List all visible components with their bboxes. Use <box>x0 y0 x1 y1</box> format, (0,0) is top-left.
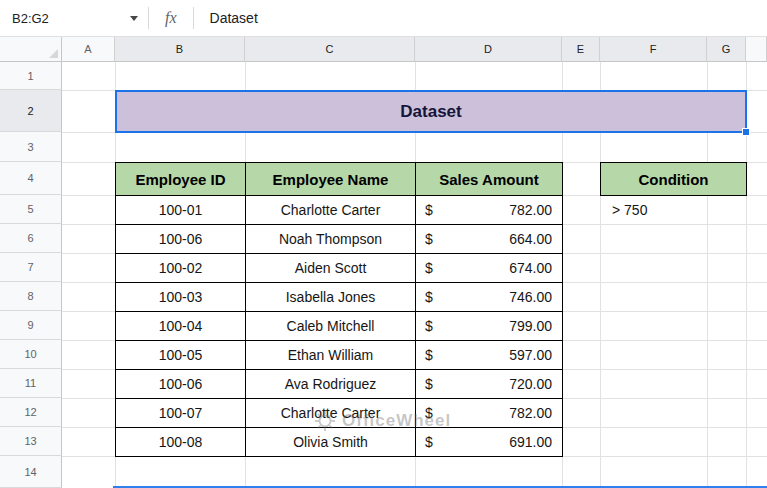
cell-sales-amount[interactable]: $720.00 <box>416 370 563 399</box>
cell-sales-amount[interactable]: $782.00 <box>416 399 563 428</box>
row-header-10[interactable]: 10 <box>0 340 62 369</box>
currency-symbol: $ <box>425 347 433 363</box>
chevron-down-icon[interactable] <box>130 16 138 21</box>
column-header-partial[interactable] <box>746 37 767 62</box>
row-header-6[interactable]: 6 <box>0 224 62 253</box>
amount-value: 782.00 <box>509 202 552 218</box>
column-header-e[interactable]: E <box>562 37 600 62</box>
currency-symbol: $ <box>425 434 433 450</box>
amount-value: 799.00 <box>509 318 552 334</box>
currency-symbol: $ <box>425 405 433 421</box>
select-all-corner[interactable] <box>0 37 62 62</box>
amount-value: 664.00 <box>509 231 552 247</box>
column-header-b[interactable]: B <box>115 37 245 62</box>
table-header-sales-amount[interactable]: Sales Amount <box>416 163 563 196</box>
currency-symbol: $ <box>425 289 433 305</box>
currency-symbol: $ <box>425 260 433 276</box>
cell-sales-amount[interactable]: $799.00 <box>416 312 563 341</box>
amount-value: 782.00 <box>509 405 552 421</box>
currency-symbol: $ <box>425 202 433 218</box>
row-header-1[interactable]: 1 <box>0 62 62 90</box>
cell-employee-name[interactable]: Aiden Scott <box>246 254 416 283</box>
cell-employee-name[interactable]: Noah Thompson <box>246 225 416 254</box>
cell-employee-id[interactable]: 100-04 <box>116 312 246 341</box>
merged-title-cell[interactable]: Dataset <box>115 90 747 133</box>
cell-employee-name[interactable]: Isabella Jones <box>246 283 416 312</box>
cell-sales-amount[interactable]: $674.00 <box>416 254 563 283</box>
cell-employee-id[interactable]: 100-01 <box>116 196 246 225</box>
condition-header-cell[interactable]: Condition <box>600 162 747 196</box>
row-header-13[interactable]: 13 <box>0 427 62 456</box>
column-header-g[interactable]: G <box>707 37 746 62</box>
divider <box>148 7 149 29</box>
row-header-2[interactable]: 2 <box>0 90 62 132</box>
row-header-8[interactable]: 8 <box>0 282 62 311</box>
row-header-12[interactable]: 12 <box>0 398 62 427</box>
cell-employee-id[interactable]: 100-05 <box>116 341 246 370</box>
row-header-14[interactable]: 14 <box>0 456 62 488</box>
cell-employee-id[interactable]: 100-06 <box>116 370 246 399</box>
cell-employee-id[interactable]: 100-06 <box>116 225 246 254</box>
condition-value-cell[interactable]: > 750 <box>600 196 747 224</box>
formula-bar: B2:G2 fx Dataset <box>0 0 767 37</box>
currency-symbol: $ <box>425 376 433 392</box>
fx-icon: fx <box>165 9 177 27</box>
amount-value: 746.00 <box>509 289 552 305</box>
cell-employee-name[interactable]: Charlotte Carter <box>246 196 416 225</box>
cell-employee-name[interactable]: Charlotte Carter <box>246 399 416 428</box>
row-header-4[interactable]: 4 <box>0 162 62 195</box>
cell-employee-name[interactable]: Caleb Mitchell <box>246 312 416 341</box>
selection-fill-handle[interactable] <box>742 128 750 136</box>
amount-value: 597.00 <box>509 347 552 363</box>
cell-employee-id[interactable]: 100-07 <box>116 399 246 428</box>
column-header-f[interactable]: F <box>600 37 707 62</box>
row-header-9[interactable]: 9 <box>0 311 62 340</box>
currency-symbol: $ <box>425 318 433 334</box>
cell-employee-id[interactable]: 100-03 <box>116 283 246 312</box>
divider <box>193 7 194 29</box>
table-header-employee-name[interactable]: Employee Name <box>246 163 416 196</box>
amount-value: 720.00 <box>509 376 552 392</box>
cell-sales-amount[interactable]: $664.00 <box>416 225 563 254</box>
cell-employee-id[interactable]: 100-02 <box>116 254 246 283</box>
row-header-7[interactable]: 7 <box>0 253 62 282</box>
cell-employee-name[interactable]: Olivia Smith <box>246 428 416 457</box>
cell-employee-name[interactable]: Ethan William <box>246 341 416 370</box>
table-header-employee-id[interactable]: Employee ID <box>116 163 246 196</box>
row-header-3[interactable]: 3 <box>0 132 62 162</box>
column-header-c[interactable]: C <box>245 37 415 62</box>
column-header-a[interactable]: A <box>62 37 115 62</box>
formula-input[interactable]: Dataset <box>210 10 258 26</box>
cell-sales-amount[interactable]: $746.00 <box>416 283 563 312</box>
row-header-11[interactable]: 11 <box>0 369 62 398</box>
cell-sales-amount[interactable]: $691.00 <box>416 428 563 457</box>
amount-value: 674.00 <box>509 260 552 276</box>
cell-sales-amount[interactable]: $782.00 <box>416 196 563 225</box>
employee-table: Employee ID Employee Name Sales Amount 1… <box>115 162 563 457</box>
cell-sales-amount[interactable]: $597.00 <box>416 341 563 370</box>
row-header-5[interactable]: 5 <box>0 195 62 224</box>
column-header-d[interactable]: D <box>415 37 562 62</box>
name-box-value: B2:G2 <box>12 11 49 26</box>
spreadsheet-app: B2:G2 fx Dataset A B C D E F G 1 2 3 4 5… <box>0 0 767 488</box>
name-box[interactable]: B2:G2 <box>0 0 148 36</box>
currency-symbol: $ <box>425 231 433 247</box>
cell-employee-id[interactable]: 100-08 <box>116 428 246 457</box>
amount-value: 691.00 <box>509 434 552 450</box>
cell-employee-name[interactable]: Ava Rodriguez <box>246 370 416 399</box>
